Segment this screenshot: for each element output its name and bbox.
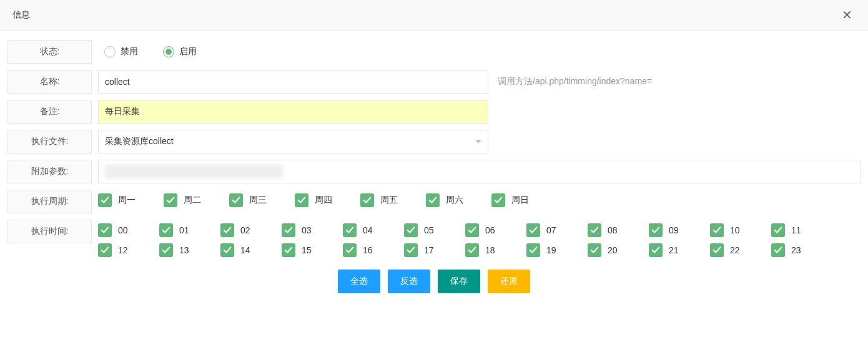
checkbox-label: 19 — [546, 245, 556, 255]
runtime-hour-checkbox[interactable]: 07 — [526, 223, 564, 237]
checkbox-checked-icon — [771, 243, 785, 257]
checkbox-label: 06 — [485, 225, 495, 235]
checkbox-label: 04 — [363, 225, 373, 235]
checkbox-checked-icon — [465, 243, 479, 257]
name-input[interactable] — [98, 70, 488, 94]
checkbox-checked-icon — [360, 193, 374, 207]
runtime-hour-checkbox[interactable]: 23 — [771, 243, 809, 257]
checkbox-checked-icon — [404, 223, 418, 237]
status-label: 状态: — [7, 40, 92, 64]
checkbox-label: 17 — [424, 245, 434, 255]
checkbox-label: 16 — [363, 245, 373, 255]
checkbox-label: 11 — [791, 225, 801, 235]
cycle-day-checkbox[interactable]: 周六 — [426, 193, 463, 207]
runtime-hour-checkbox[interactable]: 08 — [588, 223, 625, 237]
status-enable-radio[interactable]: 启用 — [163, 46, 197, 57]
checkbox-checked-icon — [526, 223, 540, 237]
checkbox-checked-icon — [220, 243, 234, 257]
cycle-day-checkbox[interactable]: 周五 — [360, 193, 398, 207]
execfile-label: 执行文件: — [7, 130, 92, 153]
checkbox-checked-icon — [343, 243, 357, 257]
radio-checked-icon — [163, 46, 174, 57]
radio-icon — [104, 46, 116, 57]
checkbox-checked-icon — [426, 193, 440, 207]
radio-label: 禁用 — [121, 46, 138, 57]
checkbox-checked-icon — [282, 223, 295, 237]
params-input[interactable] — [98, 160, 861, 183]
checkbox-label: 23 — [791, 245, 801, 255]
runtime-hour-checkbox[interactable]: 17 — [404, 243, 441, 257]
checkbox-checked-icon — [771, 223, 785, 237]
runtime-hour-checkbox[interactable]: 13 — [159, 243, 197, 257]
checkbox-label: 21 — [669, 245, 679, 255]
cycle-day-checkbox[interactable]: 周三 — [229, 193, 267, 207]
checkbox-label: 07 — [546, 225, 556, 235]
checkbox-checked-icon — [98, 243, 112, 257]
runtime-hour-checkbox[interactable]: 05 — [404, 223, 441, 237]
runtime-hour-checkbox[interactable]: 10 — [710, 223, 747, 237]
checkbox-checked-icon — [404, 243, 418, 257]
runtime-hour-checkbox[interactable]: 22 — [710, 243, 747, 257]
checkbox-checked-icon — [343, 223, 357, 237]
checkbox-checked-icon — [159, 243, 173, 257]
runtime-hour-checkbox[interactable]: 19 — [526, 243, 564, 257]
cycle-day-checkbox[interactable]: 周四 — [295, 193, 332, 207]
runtime-hour-checkbox[interactable]: 04 — [343, 223, 380, 237]
modal-title: 信息 — [12, 9, 30, 21]
checkbox-checked-icon — [526, 243, 540, 257]
cycle-day-checkbox[interactable]: 周二 — [164, 193, 201, 207]
modal-header: 信息 ✕ — [0, 0, 868, 31]
redacted-content — [105, 165, 283, 178]
remark-input[interactable] — [98, 100, 488, 124]
runtime-label: 执行时间: — [7, 220, 92, 243]
reset-button[interactable]: 还原 — [488, 270, 530, 293]
checkbox-checked-icon — [98, 193, 112, 207]
runtime-hour-checkbox[interactable]: 01 — [159, 223, 197, 237]
cycle-day-checkbox[interactable]: 周一 — [98, 193, 136, 207]
cycle-day-checkbox[interactable]: 周日 — [491, 193, 529, 207]
checkbox-label: 周日 — [511, 195, 529, 206]
checkbox-label: 13 — [179, 245, 189, 255]
execfile-select[interactable]: 采集资源库collect — [98, 130, 488, 153]
radio-label: 启用 — [179, 46, 197, 57]
runtime-hour-checkbox[interactable]: 02 — [220, 223, 258, 237]
checkbox-label: 周六 — [446, 195, 463, 206]
runtime-hour-checkbox[interactable]: 09 — [649, 223, 686, 237]
runtime-hour-checkbox[interactable]: 16 — [343, 243, 380, 257]
checkbox-label: 14 — [240, 245, 250, 255]
checkbox-checked-icon — [220, 223, 234, 237]
runtime-hour-checkbox[interactable]: 21 — [649, 243, 686, 257]
checkbox-checked-icon — [465, 223, 479, 237]
checkbox-label: 18 — [485, 245, 495, 255]
checkbox-label: 05 — [424, 225, 434, 235]
remark-label: 备注: — [7, 100, 92, 124]
checkbox-checked-icon — [710, 223, 724, 237]
runtime-hour-checkbox[interactable]: 12 — [98, 243, 136, 257]
checkbox-checked-icon — [229, 193, 243, 207]
checkbox-checked-icon — [649, 223, 663, 237]
checkbox-label: 周三 — [249, 195, 267, 206]
checkbox-checked-icon — [588, 243, 601, 257]
runtime-hour-checkbox[interactable]: 15 — [282, 243, 319, 257]
select-all-button[interactable]: 全选 — [338, 270, 380, 293]
checkbox-checked-icon — [491, 193, 505, 207]
runtime-hour-checkbox[interactable]: 18 — [465, 243, 503, 257]
checkbox-checked-icon — [295, 193, 308, 207]
checkbox-label: 01 — [179, 225, 189, 235]
checkbox-checked-icon — [588, 223, 601, 237]
runtime-hour-checkbox[interactable]: 00 — [98, 223, 136, 237]
invert-button[interactable]: 反选 — [388, 270, 430, 293]
save-button[interactable]: 保存 — [438, 270, 480, 293]
status-disable-radio[interactable]: 禁用 — [104, 46, 138, 57]
runtime-hour-checkbox[interactable]: 03 — [282, 223, 319, 237]
checkbox-label: 10 — [730, 225, 740, 235]
runtime-hour-checkbox[interactable]: 11 — [771, 223, 809, 237]
checkbox-checked-icon — [98, 223, 112, 237]
runtime-hour-checkbox[interactable]: 06 — [465, 223, 503, 237]
checkbox-label: 02 — [240, 225, 250, 235]
runtime-hour-checkbox[interactable]: 14 — [220, 243, 258, 257]
close-button[interactable]: ✕ — [839, 7, 856, 22]
runtime-hour-checkbox[interactable]: 20 — [588, 243, 625, 257]
checkbox-label: 周五 — [380, 195, 398, 206]
checkbox-label: 周二 — [184, 195, 201, 206]
